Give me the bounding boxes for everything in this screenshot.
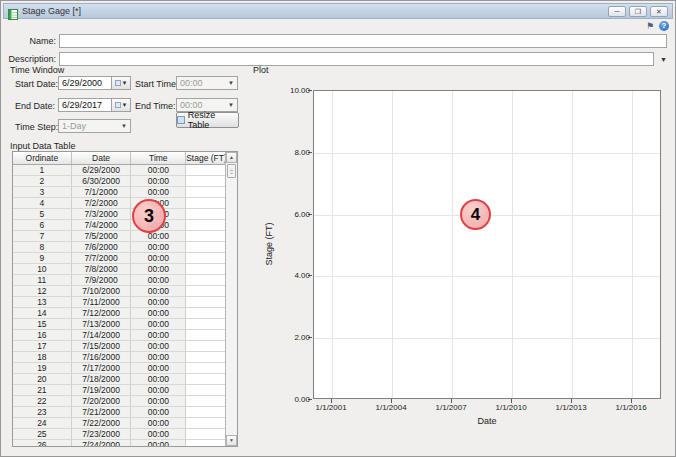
restore-icon: ❐ [635,8,641,15]
x-tick-label: 1/1/2010 [489,403,533,412]
cell-stage[interactable] [186,198,225,209]
cell-ordinate: 2 [13,176,72,187]
close-button[interactable]: ✕ [650,6,668,17]
y-tick-label: 10.00 [284,86,310,95]
scrollbar-thumb[interactable] [227,164,236,178]
start-time-combo[interactable]: 00:00 ▼ [176,76,238,90]
cell-date: 7/19/2000 [72,385,132,396]
cell-stage[interactable] [186,176,225,187]
cell-stage[interactable] [186,429,225,440]
column-header-time: Time [131,152,186,164]
cell-stage[interactable] [186,231,225,242]
scroll-up-button[interactable]: ▲ [226,152,237,163]
cell-stage[interactable] [186,242,225,253]
v-gridline [512,91,513,398]
cell-date: 7/13/2000 [72,319,132,330]
cell-date: 7/9/2000 [72,275,132,286]
callout-3: 3 [132,199,166,233]
cell-stage[interactable] [186,220,225,231]
cell-date: 7/17/2000 [72,363,132,374]
cell-stage[interactable] [186,187,225,198]
window-title: Stage Gage [*] [22,6,81,16]
column-header-ordinate: Ordinate [13,152,72,164]
plot-section-title: Plot [253,65,269,75]
cell-stage[interactable] [186,440,225,446]
calendar-icon [115,102,121,108]
cell-time: 00:00 [131,396,186,407]
y-tick-label: 8.00 [284,147,310,156]
table-row: 257/23/200000:00 [13,429,225,440]
start-date-input[interactable]: 6/29/2000 [58,76,112,90]
end-time-label: End Time: [135,101,176,111]
cell-stage[interactable] [186,407,225,418]
table-scrollbar[interactable]: ▲ ▼ [225,152,237,446]
table-row: 247/22/200000:00 [13,418,225,429]
close-icon: ✕ [656,8,662,15]
scroll-down-button[interactable]: ▼ [226,435,237,446]
cell-stage[interactable] [186,297,225,308]
y-tick-label: 6.00 [284,209,310,218]
cell-stage[interactable] [186,165,225,176]
table-row: 157/13/200000:00 [13,319,225,330]
cell-stage[interactable] [186,264,225,275]
cell-stage[interactable] [186,352,225,363]
start-date-picker-button[interactable]: ▼ [111,76,131,90]
table-row: 137/11/200000:00 [13,297,225,308]
end-date-picker-button[interactable]: ▼ [111,98,131,112]
cell-stage[interactable] [186,330,225,341]
table-row: 26/30/200000:00 [13,176,225,187]
v-gridline [392,91,393,398]
cell-time: 00:00 [131,407,186,418]
help-icon[interactable]: ? [659,21,669,31]
cell-ordinate: 6 [13,220,72,231]
cell-ordinate: 10 [13,264,72,275]
end-date-input[interactable]: 6/29/2017 [58,98,112,112]
time-step-dropdown-icon: ▼ [121,123,127,129]
column-header-date: Date [72,152,132,164]
cell-time: 00:00 [131,286,186,297]
cell-date: 7/4/2000 [72,220,132,231]
cell-date: 7/16/2000 [72,352,132,363]
cell-stage[interactable] [186,308,225,319]
cell-stage[interactable] [186,385,225,396]
date-picker-arrow-icon: ▼ [122,102,128,108]
cell-time: 00:00 [131,341,186,352]
cell-stage[interactable] [186,418,225,429]
table-row: 77/5/200000:00 [13,231,225,242]
cell-stage[interactable] [186,374,225,385]
cell-date: 7/22/2000 [72,418,132,429]
start-date-label: Start Date: [15,79,58,89]
restore-button[interactable]: ❐ [629,6,647,17]
flag-icon[interactable]: ⚑ [646,22,654,31]
cell-stage[interactable] [186,253,225,264]
x-axis-title: Date [313,416,661,426]
cell-ordinate: 17 [13,341,72,352]
cell-stage[interactable] [186,319,225,330]
cell-stage[interactable] [186,275,225,286]
cell-time: 00:00 [131,319,186,330]
time-step-combo[interactable]: 1-Day ▼ [58,119,131,133]
resize-table-button[interactable]: Resize Table [176,112,239,128]
cell-time: 00:00 [131,429,186,440]
cell-stage[interactable] [186,341,225,352]
cell-date: 7/6/2000 [72,242,132,253]
cell-stage[interactable] [186,396,225,407]
end-time-value: 00:00 [180,100,203,110]
name-input[interactable] [59,34,667,48]
scrollbar-track[interactable] [226,179,237,435]
description-input[interactable] [59,52,654,66]
description-dropdown-icon[interactable]: ▼ [660,56,667,63]
cell-stage[interactable] [186,286,225,297]
x-tick-label: 1/1/2001 [309,403,353,412]
cell-ordinate: 13 [13,297,72,308]
cell-time: 00:00 [131,275,186,286]
cell-ordinate: 15 [13,319,72,330]
cell-ordinate: 19 [13,363,72,374]
cell-stage[interactable] [186,209,225,220]
table-row: 177/15/200000:00 [13,341,225,352]
cell-ordinate: 9 [13,253,72,264]
cell-stage[interactable] [186,363,225,374]
column-header-stage: Stage (FT) [186,152,225,164]
cell-date: 7/15/2000 [72,341,132,352]
minimize-button[interactable]: ─ [608,6,626,17]
